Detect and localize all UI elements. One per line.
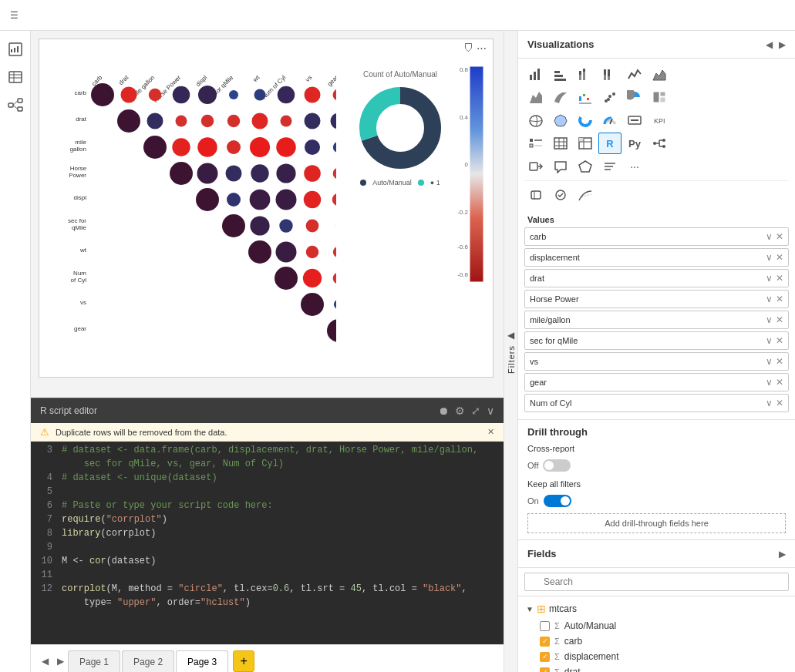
add-drillthrough-button[interactable]: Add drill-through fields here — [527, 513, 786, 533]
viz-treemap[interactable] — [648, 86, 671, 108]
viz-row-6 — [524, 180, 789, 206]
viz-slicer[interactable] — [524, 133, 547, 154]
viz-100-bar[interactable] — [598, 63, 622, 85]
keep-filters-toggle[interactable] — [544, 495, 571, 507]
viz-gauge[interactable] — [598, 109, 622, 131]
value-remove-icon[interactable]: ✕ — [776, 294, 783, 304]
warning-close-button[interactable]: ✕ — [487, 427, 494, 437]
page-tab-2[interactable]: Page 2 — [122, 650, 174, 672]
viz-field-params[interactable] — [524, 184, 547, 206]
viz-smart-narrative[interactable] — [598, 156, 622, 177]
page-add-button[interactable]: + — [233, 650, 254, 672]
viz-waterfall[interactable] — [574, 86, 597, 108]
viz-donut[interactable] — [574, 109, 597, 131]
value-remove-icon[interactable]: ✕ — [776, 356, 783, 367]
value-dropdown-icon[interactable]: ∨ — [766, 294, 773, 304]
page-nav-next[interactable]: ▶ — [52, 650, 68, 672]
settings-icon[interactable]: ⚙ — [455, 405, 465, 417]
value-remove-icon[interactable]: ✕ — [776, 335, 783, 346]
data-view-icon[interactable] — [3, 65, 28, 89]
viz-analytics[interactable] — [574, 184, 597, 206]
report-view-icon[interactable] — [3, 37, 28, 62]
svg-point-40 — [607, 98, 610, 101]
viz-stacked-bar[interactable] — [574, 63, 597, 85]
viz-r-script[interactable]: R — [598, 133, 622, 154]
drill-through-section: Drill through Cross-report Off Keep all … — [518, 419, 795, 539]
value-items-container: carb ∨ ✕ displacement ∨ ✕ drat ∨ ✕ Horse… — [524, 227, 789, 412]
collapse-icon[interactable]: ∨ — [487, 405, 494, 417]
value-dropdown-icon[interactable]: ∨ — [766, 335, 773, 346]
field-item[interactable]: ✓ Σ displacement — [524, 649, 789, 664]
value-item-name: displacement — [530, 253, 580, 262]
fields-panel-expand-icon[interactable]: ▶ — [779, 549, 786, 559]
viz-panel-fwd-icon[interactable]: ▶ — [779, 39, 786, 50]
viz-table[interactable] — [549, 133, 572, 154]
value-dropdown-icon[interactable]: ∨ — [766, 252, 773, 263]
model-view-icon[interactable] — [3, 92, 28, 117]
value-dropdown-icon[interactable]: ∨ — [766, 377, 773, 388]
value-remove-icon[interactable]: ✕ — [776, 314, 783, 325]
svg-marker-32 — [530, 92, 542, 103]
expand-icon[interactable]: ⤢ — [471, 405, 480, 417]
viz-decomp-tree[interactable] — [648, 133, 671, 154]
viz-row-5: ··· — [524, 156, 789, 177]
viz-more-options[interactable]: ··· — [623, 156, 646, 177]
field-item[interactable]: ✓ Σ carb — [524, 633, 789, 649]
svg-rect-24 — [583, 72, 585, 80]
viz-stacked-area[interactable] — [524, 86, 547, 108]
viz-scatter[interactable] — [598, 86, 622, 108]
value-remove-icon[interactable]: ✕ — [776, 377, 783, 388]
viz-format[interactable] — [549, 184, 572, 206]
viz-column-chart[interactable] — [549, 63, 572, 85]
field-group-header-mtcars[interactable]: ▼ ⊞ mtcars — [524, 600, 789, 618]
search-input[interactable] — [524, 573, 789, 591]
svg-rect-27 — [604, 69, 606, 75]
viz-map[interactable] — [524, 109, 547, 131]
filters-sidebar[interactable]: ◀ Filters — [504, 31, 517, 672]
page-nav-prev[interactable]: ◀ — [37, 650, 52, 672]
value-dropdown-icon[interactable]: ∨ — [766, 231, 773, 242]
page-tab-3[interactable]: Page 3 — [176, 650, 228, 672]
viz-area-chart[interactable] — [648, 63, 671, 85]
drill-through-title: Drill through — [527, 426, 786, 438]
r-line-12: 12 corrplot(M, method = "circle", tl.cex… — [31, 583, 504, 597]
value-dropdown-icon[interactable]: ∨ — [766, 356, 773, 367]
filters-label: Filters — [507, 345, 516, 374]
value-remove-icon[interactable]: ✕ — [776, 231, 783, 242]
viz-pie[interactable] — [623, 86, 646, 108]
value-remove-icon[interactable]: ✕ — [776, 398, 783, 408]
value-remove-icon[interactable]: ✕ — [776, 252, 783, 263]
menu-icon[interactable]: ☰ — [6, 8, 22, 23]
field-type-icon: Σ — [554, 637, 560, 646]
value-dropdown-icon[interactable]: ∨ — [766, 398, 773, 408]
viz-matrix[interactable] — [574, 133, 597, 154]
viz-filled-map[interactable] — [549, 109, 572, 131]
filter-icon[interactable]: ⛉ — [463, 42, 473, 54]
viz-line-chart[interactable] — [623, 63, 646, 85]
field-item[interactable]: Σ Auto/Manual — [524, 618, 789, 633]
svg-point-38 — [608, 95, 611, 98]
viz-panel-back-icon[interactable]: ◀ — [766, 39, 773, 50]
viz-shape-map[interactable] — [574, 156, 597, 177]
r-code-area[interactable]: 3 # dataset <- data.frame(carb, displace… — [31, 442, 504, 644]
viz-drillthrough-icon[interactable] — [524, 156, 547, 177]
viz-ribbon-chart[interactable] — [549, 86, 572, 108]
value-item-actions: ∨ ✕ — [766, 398, 783, 408]
field-item[interactable]: ✓ Σ drat — [524, 664, 789, 672]
viz-card[interactable] — [623, 109, 646, 131]
viz-bar-chart[interactable] — [524, 63, 547, 85]
viz-panel-header: Visualizations ◀ ▶ — [518, 31, 795, 59]
svg-rect-18 — [537, 69, 540, 80]
value-dropdown-icon[interactable]: ∨ — [766, 273, 773, 284]
viz-row-3: KPI — [524, 109, 789, 131]
value-dropdown-icon[interactable]: ∨ — [766, 314, 773, 325]
more-options-icon[interactable]: ⋯ — [477, 42, 487, 54]
viz-kpi[interactable]: KPI — [648, 109, 671, 131]
value-remove-icon[interactable]: ✕ — [776, 273, 783, 284]
viz-python[interactable]: Py — [623, 133, 646, 154]
viz-speech-bubble[interactable] — [549, 156, 572, 177]
page-tab-1[interactable]: Page 1 — [68, 650, 120, 672]
svg-rect-21 — [554, 79, 566, 81]
run-icon[interactable]: ⏺ — [438, 405, 449, 417]
cross-report-toggle[interactable] — [543, 459, 571, 472]
